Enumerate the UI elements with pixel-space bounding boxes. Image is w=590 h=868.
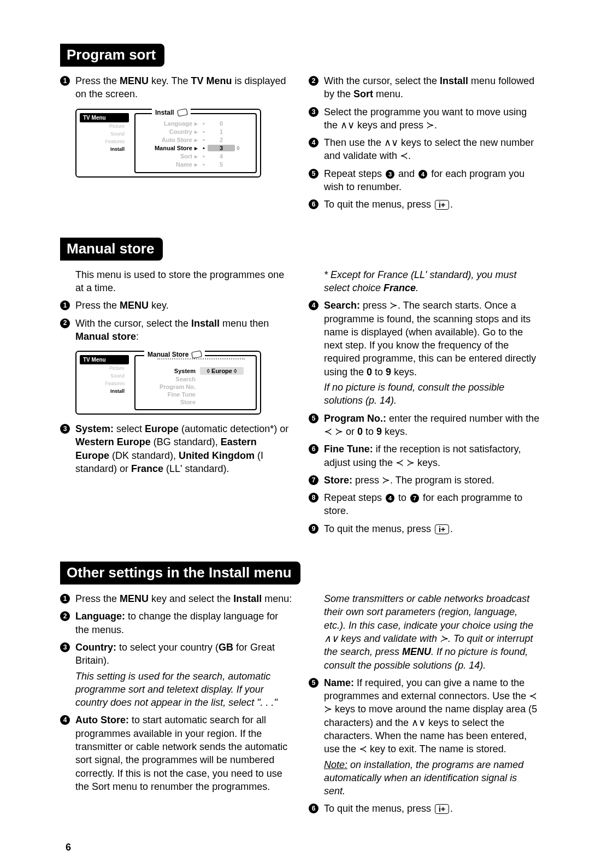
ms-step-5: 5 Program No.: enter the required number… bbox=[309, 412, 541, 439]
text: Country: bbox=[75, 642, 119, 653]
text: press ≻. The program is stored. bbox=[355, 475, 494, 486]
figure-install-menu: TV Menu Picture Sound Features Install I… bbox=[75, 109, 261, 178]
no-picture-note: If no picture is found, consult the poss… bbox=[324, 381, 541, 408]
france-note: * Except for France (LL' standard), you … bbox=[324, 268, 541, 295]
info-key-icon: i+ bbox=[435, 200, 449, 210]
fig-left-item: Sound bbox=[80, 130, 129, 138]
ms-step-8: 8 Repeat steps 4 to 7 for each programme… bbox=[309, 491, 541, 518]
bullet-icon: 1 bbox=[60, 76, 70, 86]
fig-left-item: Features bbox=[80, 138, 129, 145]
fig-row-num: 3 bbox=[208, 145, 235, 151]
text: (DK standard), bbox=[109, 450, 179, 461]
text: key. bbox=[149, 300, 169, 311]
os-step-6: 6 To quit the menus, press i+. bbox=[309, 802, 541, 815]
bullet-ref-icon: 4 bbox=[386, 494, 394, 503]
ps-step-5: 5 Repeat steps 3 and 4 for each program … bbox=[309, 167, 541, 194]
bullet-icon: 6 bbox=[309, 444, 318, 454]
fig-row-val: Europe bbox=[211, 368, 232, 374]
os-step-5: 5 Name: If required, you can give a name… bbox=[309, 676, 541, 798]
fig-row-label: Fine Tune bbox=[140, 391, 200, 398]
bullet-icon: 3 bbox=[309, 107, 318, 117]
fig-left-header: TV Menu bbox=[80, 113, 129, 122]
text: Install bbox=[440, 75, 468, 86]
fig-row-label: System bbox=[140, 368, 200, 374]
text: to bbox=[372, 367, 386, 377]
text: MENU bbox=[120, 300, 149, 311]
text: keys. bbox=[382, 426, 408, 437]
bullet-icon: 4 bbox=[309, 138, 318, 147]
fig-right-header: Install bbox=[152, 109, 191, 116]
ms-step-3: 3 System: select Europe (automatic detec… bbox=[60, 422, 292, 475]
remote-icon bbox=[177, 108, 188, 116]
text: Western Europe bbox=[75, 436, 151, 447]
os-step-4: 4 Auto Store: to start automatic search … bbox=[60, 713, 292, 793]
section-program-sort: Program sort 1 Press the MENU key. The T… bbox=[60, 44, 541, 216]
bullet-icon: 2 bbox=[60, 611, 70, 621]
dotted-line bbox=[157, 358, 245, 359]
name-note-label: Note: bbox=[324, 759, 347, 770]
text: (LL' standard). bbox=[163, 463, 229, 474]
text: To quit the menus, press bbox=[324, 523, 434, 534]
text: 0 bbox=[367, 367, 372, 377]
text: (BG standard), bbox=[151, 436, 221, 447]
text: key and select the bbox=[149, 593, 233, 604]
text: menu. bbox=[373, 88, 403, 99]
text: to bbox=[363, 426, 376, 437]
text: Program No.: bbox=[324, 413, 389, 424]
bullet-ref-icon: 4 bbox=[418, 170, 427, 179]
ms-step-1: 1 Press the MENU key. bbox=[60, 299, 292, 312]
bullet-icon: 2 bbox=[309, 76, 318, 86]
text: Language: bbox=[75, 611, 128, 622]
text: Name: bbox=[324, 677, 357, 688]
bullet-icon: 1 bbox=[60, 300, 70, 310]
section-manual-store: Manual store This menu is used to store … bbox=[60, 238, 541, 540]
intro-text: This menu is used to store the programme… bbox=[75, 268, 292, 295]
text: select bbox=[116, 423, 145, 434]
heading-other-settings: Other settings in the Install menu bbox=[60, 562, 300, 584]
fig-row-label: Auto Store bbox=[140, 137, 194, 143]
text: 9 bbox=[376, 426, 382, 437]
ms-step-2: 2 With the cursor, select the Install me… bbox=[60, 317, 292, 344]
text: to select your country ( bbox=[119, 642, 219, 653]
ps-step-1: 1 Press the MENU key. The TV Menu is dis… bbox=[60, 74, 292, 101]
bullet-icon: 6 bbox=[309, 199, 318, 209]
bullet-icon: 1 bbox=[60, 594, 70, 604]
fig-row-label: Manual Store bbox=[140, 145, 194, 151]
text: keys. bbox=[391, 367, 417, 377]
fig-left-header: TV Menu bbox=[80, 355, 129, 364]
text: With the cursor, select the bbox=[75, 318, 191, 329]
text: France bbox=[131, 463, 163, 474]
text: System: bbox=[75, 423, 116, 434]
bullet-icon: 7 bbox=[309, 475, 318, 485]
transmitter-note: Some transmitters or cable networks broa… bbox=[324, 592, 541, 672]
bullet-icon: 5 bbox=[309, 169, 318, 179]
text: (automatic detection*) or bbox=[179, 423, 288, 434]
fig-left-item: Install bbox=[80, 387, 129, 395]
text: Repeat steps bbox=[324, 492, 385, 503]
os-step-2: 2 Language: to change the display langua… bbox=[60, 610, 292, 636]
text: Select the programme you want to move us… bbox=[324, 105, 541, 132]
bullet-icon: 3 bbox=[60, 642, 70, 652]
fig-right-header: Manual Store bbox=[144, 351, 205, 358]
os-step-1: 1 Press the MENU key and select the Inst… bbox=[60, 592, 292, 605]
fig-left-item: Features bbox=[80, 380, 129, 387]
ms-step-9: 9 To quit the menus, press i+. bbox=[309, 522, 541, 535]
ms-step-7: 7 Store: press ≻. The program is stored. bbox=[309, 474, 541, 487]
bullet-icon: 3 bbox=[60, 424, 70, 434]
ps-step-6: 6 To quit the menus, press i+. bbox=[309, 198, 541, 211]
fig-left-item: Sound bbox=[80, 372, 129, 380]
text: Store: bbox=[324, 475, 355, 486]
page-number: 6 bbox=[66, 842, 541, 853]
text: Fine Tune: bbox=[324, 444, 376, 454]
ps-step-2: 2 With the cursor, select the Install me… bbox=[309, 74, 541, 101]
text: Search: bbox=[324, 300, 363, 311]
bullet-icon: 9 bbox=[309, 524, 318, 534]
bullet-icon: 4 bbox=[60, 715, 70, 725]
fig-row-num: 0 bbox=[208, 120, 240, 127]
text: Repeat steps bbox=[324, 168, 385, 179]
text: Europe bbox=[145, 423, 179, 434]
bullet-icon: 5 bbox=[309, 414, 318, 423]
text: Install bbox=[233, 593, 262, 604]
text: GB bbox=[219, 642, 233, 653]
bullet-icon: 6 bbox=[309, 804, 318, 813]
